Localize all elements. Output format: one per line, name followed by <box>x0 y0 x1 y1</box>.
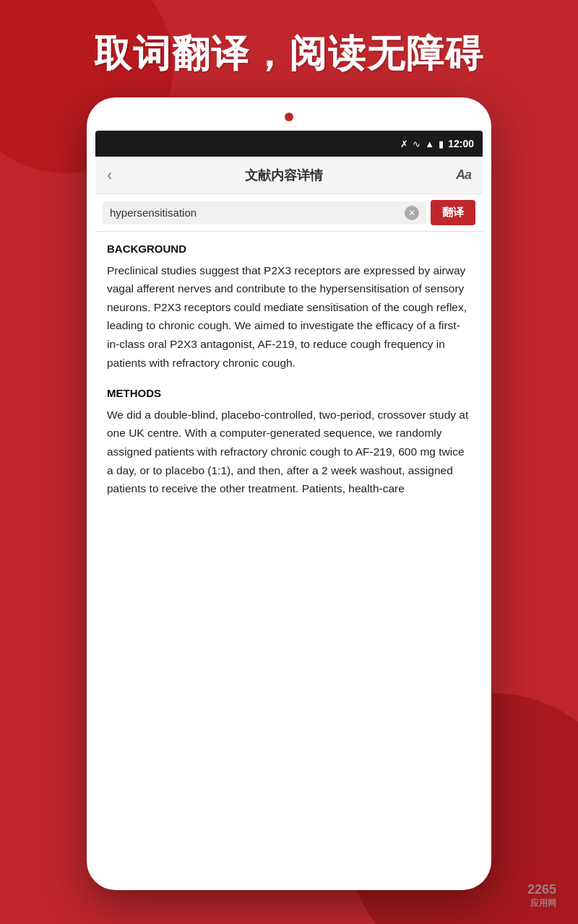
background-section-title: BACKGROUND <box>107 240 471 258</box>
phone-camera <box>285 113 293 121</box>
search-bar: hypersensitisation ✕ 翻译 <box>95 194 483 232</box>
back-button[interactable]: ‹ <box>107 166 112 185</box>
app-header: ‹ 文献内容详情 Aa <box>95 157 483 194</box>
app-title: 文献内容详情 <box>245 167 323 184</box>
methods-section-title: METHODS <box>107 385 471 403</box>
methods-section-body: We did a double-blind, placebo-controlle… <box>107 406 471 498</box>
battery-icon: ▮ <box>439 139 444 149</box>
status-bar: ✗ ∿ ▲ ▮ 12:00 <box>95 131 483 157</box>
signal-icon: ▲ <box>425 139 434 149</box>
watermark: 2265 应用网 <box>527 882 556 910</box>
phone-top-bar <box>95 106 483 128</box>
search-input-wrapper: hypersensitisation ✕ <box>103 201 426 225</box>
page-headline: 取词翻译，阅读无障碍 <box>0 29 578 79</box>
content-area: BACKGROUND Preclinical studies suggest t… <box>95 232 483 881</box>
wifi-icon: ∿ <box>413 139 420 149</box>
translate-button[interactable]: 翻译 <box>431 200 475 225</box>
clear-search-button[interactable]: ✕ <box>405 206 419 220</box>
phone-frame: ✗ ∿ ▲ ▮ 12:00 ‹ 文献内容详情 Aa hypersensitisa… <box>87 97 491 890</box>
phone-mockup: ✗ ∿ ▲ ▮ 12:00 ‹ 文献内容详情 Aa hypersensitisa… <box>87 97 491 890</box>
status-time: 12:00 <box>448 138 474 149</box>
phone-screen: ✗ ∿ ▲ ▮ 12:00 ‹ 文献内容详情 Aa hypersensitisa… <box>95 131 483 881</box>
bluetooth-icon: ✗ <box>400 139 408 149</box>
search-query-text: hypersensitisation <box>110 206 400 219</box>
background-section-body: Preclinical studies suggest that P2X3 re… <box>107 261 471 372</box>
font-size-button[interactable]: Aa <box>456 167 471 183</box>
